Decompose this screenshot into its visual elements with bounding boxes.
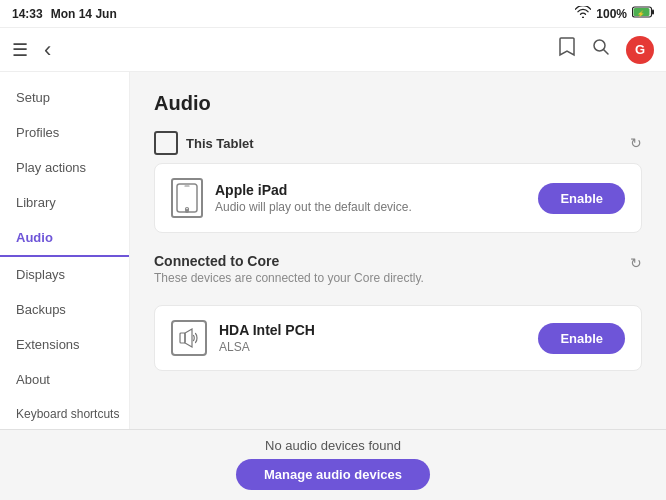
bookmark-icon[interactable] [558, 37, 576, 62]
svg-point-10 [186, 208, 189, 211]
ipad-name: Apple iPad [215, 182, 412, 198]
status-left: 14:33 Mon 14 Jun [12, 7, 117, 21]
hda-intel-card: HDA Intel PCH ALSA Enable [154, 305, 642, 371]
ipad-icon [171, 178, 203, 218]
ipad-device-icon [176, 183, 198, 213]
hda-subtitle: ALSA [219, 340, 315, 354]
connected-core-titles: Connected to Core These devices are conn… [154, 253, 424, 297]
core-refresh-icon[interactable]: ↻ [630, 255, 642, 271]
top-nav-left: ☰ ‹ [12, 37, 51, 63]
sidebar-item-setup[interactable]: Setup [0, 80, 129, 115]
bottom-bar: No audio devices found Manage audio devi… [0, 429, 666, 500]
date-display: Mon 14 Jun [51, 7, 117, 21]
sidebar-item-library[interactable]: Library [0, 185, 129, 220]
sidebar-item-backups[interactable]: Backups [0, 292, 129, 327]
top-nav: ☰ ‹ G [0, 28, 666, 72]
ipad-subtitle: Audio will play out the default device. [215, 200, 412, 214]
hda-name: HDA Intel PCH [219, 322, 315, 338]
no-audio-text: No audio devices found [265, 438, 401, 453]
hda-enable-button[interactable]: Enable [538, 323, 625, 354]
tablet-icon [154, 131, 178, 155]
battery-icon: ⚡ [632, 6, 654, 21]
status-right: 100% ⚡ [575, 6, 654, 21]
back-icon[interactable]: ‹ [44, 37, 51, 63]
search-icon[interactable] [592, 38, 610, 61]
svg-line-5 [604, 50, 609, 55]
svg-marker-13 [185, 329, 192, 347]
status-bar: 14:33 Mon 14 Jun 100% ⚡ [0, 0, 666, 28]
avatar[interactable]: G [626, 36, 654, 64]
top-nav-right: G [558, 36, 654, 64]
connected-core-header: Connected to Core These devices are conn… [154, 253, 642, 297]
apple-ipad-card: Apple iPad Audio will play out the defau… [154, 163, 642, 233]
svg-text:⚡: ⚡ [637, 10, 645, 18]
sidebar-item-extensions[interactable]: Extensions [0, 327, 129, 362]
sidebar-item-audio[interactable]: Audio [0, 220, 129, 257]
this-tablet-section-header: This Tablet ↻ [154, 131, 642, 155]
manage-audio-devices-button[interactable]: Manage audio devices [236, 459, 430, 490]
sidebar-item-about[interactable]: About [0, 362, 129, 397]
battery-percentage: 100% [596, 7, 627, 21]
sidebar-item-profiles[interactable]: Profiles [0, 115, 129, 150]
connected-core-subtitle: These devices are connected to your Core… [154, 271, 424, 285]
speaker-icon [171, 320, 207, 356]
this-tablet-title: This Tablet [154, 131, 254, 155]
page-title: Audio [154, 92, 642, 115]
ipad-enable-button[interactable]: Enable [538, 183, 625, 214]
ipad-device-info: Apple iPad Audio will play out the defau… [171, 178, 412, 218]
time-display: 14:33 [12, 7, 43, 21]
connected-core-section: Connected to Core These devices are conn… [154, 253, 642, 371]
svg-rect-12 [180, 333, 185, 343]
sidebar-item-play-actions[interactable]: Play actions [0, 150, 129, 185]
connected-core-title: Connected to Core [154, 253, 424, 269]
tablet-refresh-icon[interactable]: ↻ [630, 135, 642, 151]
wifi-icon [575, 6, 591, 21]
svg-rect-1 [652, 10, 654, 15]
hda-text: HDA Intel PCH ALSA [219, 322, 315, 354]
hda-device-info: HDA Intel PCH ALSA [171, 320, 315, 356]
sidebar-item-keyboard-shortcuts[interactable]: Keyboard shortcuts [0, 397, 129, 431]
sidebar-item-displays[interactable]: Displays [0, 257, 129, 292]
hamburger-menu-icon[interactable]: ☰ [12, 39, 28, 61]
ipad-text: Apple iPad Audio will play out the defau… [215, 182, 412, 214]
